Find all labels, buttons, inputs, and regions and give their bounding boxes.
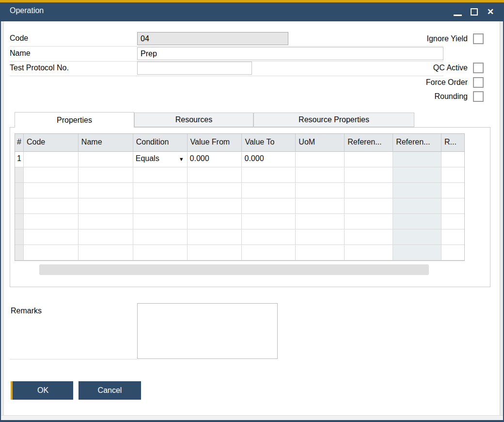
reference2-cell[interactable] (393, 198, 441, 214)
reference2-cell[interactable] (393, 229, 441, 245)
table-row-empty[interactable] (15, 245, 464, 260)
code-cell[interactable] (24, 214, 79, 229)
code-cell[interactable] (24, 229, 79, 245)
column-header-num[interactable]: # (15, 134, 24, 152)
value-to-cell[interactable] (242, 245, 296, 260)
reference1-cell[interactable] (345, 152, 393, 167)
name-cell[interactable] (79, 183, 133, 198)
rounding-checkbox[interactable] (473, 91, 484, 102)
table-row-empty[interactable] (15, 167, 464, 183)
maximize-button[interactable] (467, 2, 483, 21)
cancel-button[interactable]: Cancel (79, 381, 141, 400)
table-row-empty[interactable] (15, 198, 464, 214)
value-from-cell[interactable] (188, 183, 242, 198)
name-cell[interactable] (79, 245, 133, 260)
column-header-reference1[interactable]: Referen... (345, 134, 393, 152)
dropdown-arrow-icon[interactable]: ▼ (179, 154, 185, 162)
value-to-cell[interactable] (242, 214, 296, 229)
reference2-cell[interactable] (393, 152, 441, 167)
column-header-value-to[interactable]: Value To (242, 134, 296, 152)
value-to-cell[interactable] (242, 229, 296, 245)
column-header-condition[interactable]: Condition (133, 134, 188, 152)
value-from-cell[interactable] (188, 245, 242, 260)
r-cell[interactable] (441, 152, 464, 167)
r-cell[interactable] (441, 229, 464, 245)
ignore-yield-checkbox[interactable] (473, 33, 484, 44)
uom-cell[interactable] (296, 167, 345, 183)
table-row-empty[interactable] (15, 183, 464, 198)
reference2-cell[interactable] (393, 245, 441, 260)
name-cell[interactable] (79, 214, 133, 229)
r-cell[interactable] (441, 183, 464, 198)
condition-cell[interactable] (133, 229, 188, 245)
column-header-name[interactable]: Name (79, 134, 133, 152)
force-order-checkbox[interactable] (473, 77, 484, 88)
value-to-cell[interactable] (242, 198, 296, 214)
column-header-uom[interactable]: UoM (296, 134, 345, 152)
remarks-textarea[interactable] (137, 303, 278, 359)
r-cell[interactable] (441, 167, 464, 183)
code-cell[interactable] (24, 198, 79, 214)
r-cell[interactable] (441, 198, 464, 214)
value-from-cell[interactable] (188, 198, 242, 214)
uom-cell[interactable] (296, 198, 345, 214)
row-number-cell[interactable] (15, 245, 24, 260)
condition-cell[interactable] (133, 198, 188, 214)
value-from-cell[interactable]: 0.000 (188, 152, 242, 167)
row-number-cell[interactable] (15, 167, 24, 183)
row-number-cell[interactable] (15, 229, 24, 245)
reference1-cell[interactable] (345, 198, 393, 214)
value-to-cell[interactable] (242, 167, 296, 183)
column-header-reference2[interactable]: Referen... (393, 134, 441, 152)
table-row-empty[interactable] (15, 229, 464, 245)
row-number-cell[interactable]: 1 (15, 152, 24, 167)
reference1-cell[interactable] (345, 245, 393, 260)
condition-cell[interactable]: Equals ▼ (133, 152, 188, 167)
uom-cell[interactable] (296, 214, 345, 229)
condition-cell[interactable] (133, 167, 188, 183)
minimize-button[interactable] (450, 2, 466, 21)
value-from-cell[interactable] (188, 167, 242, 183)
table-row-1[interactable]: 1 Equals ▼ 0.000 0.000 (15, 152, 464, 167)
name-cell[interactable] (79, 152, 133, 167)
row-number-cell[interactable] (15, 183, 24, 198)
condition-cell[interactable] (133, 214, 188, 229)
code-cell[interactable] (24, 152, 79, 167)
name-cell[interactable] (79, 198, 133, 214)
uom-cell[interactable] (296, 229, 345, 245)
reference2-cell[interactable] (393, 183, 441, 198)
value-from-cell[interactable] (188, 214, 242, 229)
uom-cell[interactable] (296, 183, 345, 198)
column-header-code[interactable]: Code (24, 134, 79, 152)
horizontal-scrollbar[interactable] (39, 264, 429, 275)
uom-cell[interactable] (296, 245, 345, 260)
code-cell[interactable] (24, 183, 79, 198)
ok-button[interactable]: OK (13, 381, 73, 400)
column-header-value-from[interactable]: Value From (188, 134, 242, 152)
name-cell[interactable] (79, 167, 133, 183)
value-to-cell[interactable]: 0.000 (242, 152, 296, 167)
tab-resource-properties[interactable]: Resource Properties (253, 113, 414, 127)
condition-cell[interactable] (133, 245, 188, 260)
column-header-r[interactable]: R... (441, 134, 464, 152)
condition-cell[interactable] (133, 183, 188, 198)
name-input[interactable] (137, 47, 443, 60)
reference2-cell[interactable] (393, 167, 441, 183)
reference1-cell[interactable] (345, 183, 393, 198)
r-cell[interactable] (441, 245, 464, 260)
reference1-cell[interactable] (345, 167, 393, 183)
reference1-cell[interactable] (345, 214, 393, 229)
tab-resources[interactable]: Resources (134, 113, 253, 127)
reference2-cell[interactable] (393, 214, 441, 229)
table-row-empty[interactable] (15, 214, 464, 229)
name-cell[interactable] (79, 229, 133, 245)
close-button[interactable]: ✕ (484, 2, 500, 21)
test-protocol-input[interactable] (137, 62, 252, 75)
reference1-cell[interactable] (345, 229, 393, 245)
row-number-cell[interactable] (15, 198, 24, 214)
uom-cell[interactable] (296, 152, 345, 167)
code-cell[interactable] (24, 245, 79, 260)
tab-properties[interactable]: Properties (15, 112, 134, 128)
value-to-cell[interactable] (242, 183, 296, 198)
r-cell[interactable] (441, 214, 464, 229)
